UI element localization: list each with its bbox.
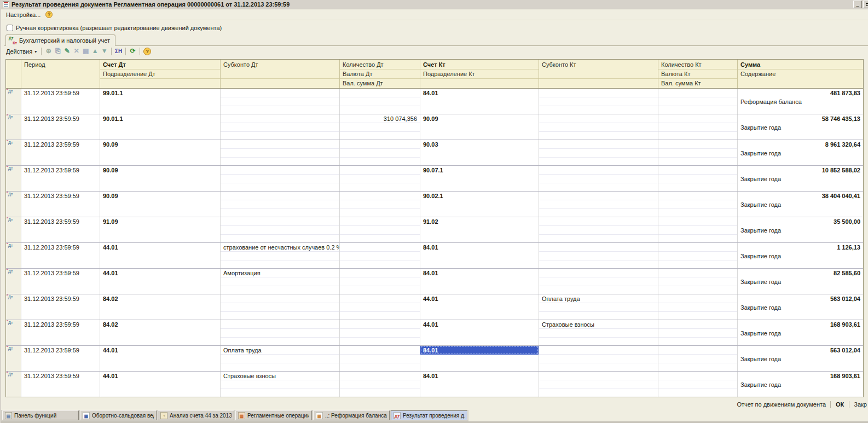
- amount-cell[interactable]: 168 903,61Закрытие года: [738, 320, 863, 345]
- movements-report-button[interactable]: Отчет по движениям документа: [732, 400, 830, 409]
- qty-dt-cell[interactable]: [340, 320, 420, 345]
- account-kt-cell[interactable]: 90.09: [420, 114, 539, 140]
- table-row[interactable]: ДтКт 31.12.2013 23:59:59 44.01 Страховые…: [6, 372, 863, 397]
- set-interval-icon[interactable]: ▦: [81, 47, 90, 56]
- qty-dt-cell[interactable]: [340, 269, 420, 294]
- period-cell[interactable]: 31.12.2013 23:59:59: [21, 89, 100, 114]
- amount-cell[interactable]: 38 404 040,41Закрытие года: [738, 192, 863, 217]
- qty-dt-cell[interactable]: [340, 346, 420, 371]
- help-icon[interactable]: ?: [143, 48, 151, 55]
- subconto-dt-cell[interactable]: [221, 294, 340, 320]
- period-cell[interactable]: 31.12.2013 23:59:59: [21, 217, 100, 242]
- period-cell[interactable]: 31.12.2013 23:59:59: [21, 140, 100, 165]
- subconto-dt-cell[interactable]: [221, 114, 340, 140]
- account-kt-cell[interactable]: 84.01: [420, 269, 539, 294]
- qty-kt-cell[interactable]: [658, 89, 738, 114]
- qty-dt-cell[interactable]: [340, 140, 420, 165]
- table-row[interactable]: ДтКт 31.12.2013 23:59:59 91.09 91.02 35 …: [6, 217, 863, 243]
- subconto-kt-cell[interactable]: [539, 140, 658, 165]
- taskbar-item[interactable]: ▦..: Реформация баланса. 3...: [313, 410, 390, 420]
- qty-kt-cell[interactable]: [658, 294, 738, 320]
- account-dt-cell[interactable]: 90.09: [100, 192, 221, 217]
- ok-button[interactable]: ОК: [831, 400, 849, 409]
- table-row[interactable]: ДтКт 31.12.2013 23:59:59 84.02 44.01 Стр…: [6, 320, 863, 346]
- amount-cell[interactable]: 82 585,60Закрытие года: [738, 269, 863, 294]
- header-subconto-dt[interactable]: Субконто Дт: [221, 60, 340, 88]
- totals-icon[interactable]: ΣН: [114, 47, 123, 56]
- account-kt-cell[interactable]: 44.01: [420, 320, 539, 345]
- subconto-dt-cell[interactable]: [221, 140, 340, 165]
- amount-cell[interactable]: 35 500,00Закрытие года: [738, 217, 863, 242]
- qty-dt-cell[interactable]: [340, 372, 420, 397]
- move-down-icon[interactable]: ▼: [100, 47, 109, 56]
- subconto-kt-cell[interactable]: [539, 346, 658, 371]
- period-cell[interactable]: 31.12.2013 23:59:59: [21, 372, 100, 397]
- qty-dt-cell[interactable]: [340, 243, 420, 268]
- header-amount[interactable]: Сумма Содержание: [738, 60, 863, 88]
- qty-dt-cell[interactable]: 310 074,356: [340, 114, 420, 140]
- account-dt-cell[interactable]: 99.01.1: [100, 89, 221, 114]
- account-kt-cell[interactable]: 91.02: [420, 217, 539, 242]
- account-dt-cell[interactable]: 44.01: [100, 269, 221, 294]
- table-row[interactable]: ДтКт 31.12.2013 23:59:59 90.01.1 310 074…: [6, 114, 863, 140]
- tab-accounting[interactable]: ДтКт Бухгалтерский и налоговый учет: [5, 34, 115, 46]
- subconto-kt-cell[interactable]: [539, 217, 658, 242]
- account-kt-cell[interactable]: 90.03: [420, 140, 539, 165]
- close-button[interactable]: Закр: [849, 400, 868, 409]
- period-cell[interactable]: 31.12.2013 23:59:59: [21, 346, 100, 371]
- delete-icon[interactable]: ✕: [72, 47, 81, 56]
- qty-dt-cell[interactable]: [340, 192, 420, 217]
- qty-kt-cell[interactable]: [658, 269, 738, 294]
- table-row[interactable]: ДтКт 31.12.2013 23:59:59 44.01 Амортизац…: [6, 269, 863, 294]
- qty-kt-cell[interactable]: [658, 166, 738, 191]
- account-kt-cell[interactable]: 84.01: [420, 243, 539, 268]
- subconto-dt-cell[interactable]: [221, 192, 340, 217]
- account-kt-cell[interactable]: 90.02.1: [420, 192, 539, 217]
- subconto-dt-cell[interactable]: Амортизация: [221, 269, 340, 294]
- refresh-icon[interactable]: ⟳: [128, 47, 137, 56]
- period-cell[interactable]: 31.12.2013 23:59:59: [21, 243, 100, 268]
- subconto-kt-cell[interactable]: Оплата труда: [539, 294, 658, 320]
- subconto-dt-cell[interactable]: страхование от несчастных случаев 0.2 %: [221, 243, 340, 268]
- qty-kt-cell[interactable]: [658, 320, 738, 345]
- copy-icon[interactable]: ⎘: [53, 47, 62, 56]
- account-dt-cell[interactable]: 84.02: [100, 294, 221, 320]
- account-dt-cell[interactable]: 44.01: [100, 346, 221, 371]
- account-dt-cell[interactable]: 90.09: [100, 140, 221, 165]
- header-period[interactable]: Период: [21, 60, 100, 88]
- subconto-kt-cell[interactable]: [539, 89, 658, 114]
- taskbar-item[interactable]: ДтРезультат проведения д...:59: [391, 410, 467, 420]
- account-dt-cell[interactable]: 91.09: [100, 217, 221, 242]
- taskbar-item[interactable]: ◔Анализ счета 44 за 2013 г. ...: [158, 410, 234, 420]
- qty-kt-cell[interactable]: [658, 192, 738, 217]
- qty-kt-cell[interactable]: [658, 140, 738, 165]
- menu-settings[interactable]: Настройка...: [5, 11, 42, 19]
- account-dt-cell[interactable]: 90.01.1: [100, 114, 221, 140]
- amount-cell[interactable]: 563 012,04Закрытие года: [738, 294, 863, 320]
- table-row[interactable]: ДтКт 31.12.2013 23:59:59 84.02 44.01 Опл…: [6, 294, 863, 320]
- period-cell[interactable]: 31.12.2013 23:59:59: [21, 166, 100, 191]
- account-dt-cell[interactable]: 44.01: [100, 243, 221, 268]
- add-icon[interactable]: ⊕: [44, 47, 53, 56]
- header-account-kt[interactable]: Счет Кт Подразделение Кт: [420, 60, 539, 88]
- table-row[interactable]: ДтКт 31.12.2013 23:59:59 90.09 90.02.1 3…: [6, 192, 863, 217]
- qty-dt-cell[interactable]: [340, 89, 420, 114]
- minimize-button[interactable]: _: [853, 1, 862, 8]
- restore-button[interactable]: [863, 1, 868, 8]
- subconto-dt-cell[interactable]: Оплата труда: [221, 346, 340, 371]
- qty-kt-cell[interactable]: [658, 114, 738, 140]
- period-cell[interactable]: 31.12.2013 23:59:59: [21, 192, 100, 217]
- header-qty-dt[interactable]: Количество Дт Валюта Дт Вал. сумма Дт: [340, 60, 420, 88]
- qty-dt-cell[interactable]: [340, 294, 420, 320]
- subconto-kt-cell[interactable]: [539, 243, 658, 268]
- amount-cell[interactable]: 563 012,04Закрытие года: [738, 346, 863, 371]
- header-subconto-kt[interactable]: Субконто Кт: [539, 60, 658, 88]
- manual-adjustment-checkbox[interactable]: [7, 25, 13, 31]
- subconto-kt-cell[interactable]: Страховые взносы: [539, 320, 658, 345]
- qty-kt-cell[interactable]: [658, 243, 738, 268]
- header-qty-kt[interactable]: Количество Кт Валюта Кт Вал. сумма Кт: [658, 60, 738, 88]
- qty-kt-cell[interactable]: [658, 372, 738, 397]
- period-cell[interactable]: 31.12.2013 23:59:59: [21, 114, 100, 140]
- qty-dt-cell[interactable]: [340, 217, 420, 242]
- taskbar-item[interactable]: ▥Регламентные операции: [235, 410, 312, 420]
